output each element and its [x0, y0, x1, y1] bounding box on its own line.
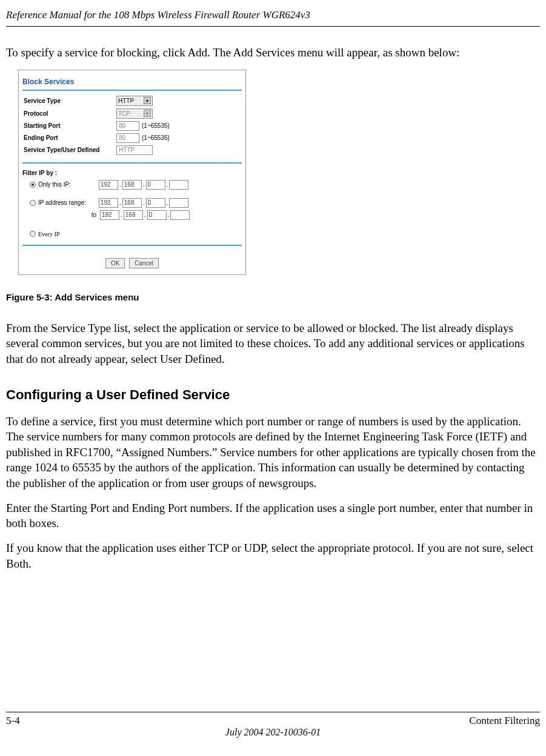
divider [22, 90, 242, 91]
ip-to-2[interactable]: 168 [124, 210, 143, 220]
intro-paragraph: To specify a service for blocking, click… [0, 45, 546, 61]
ip-dot: . [167, 181, 168, 188]
label-ending-port: Ending Port [22, 134, 116, 141]
label-user-defined: Service Type/User Defined [22, 147, 116, 153]
footer: 5-4 Content Filtering July 2004 202-1003… [0, 712, 546, 756]
ip-octet-3[interactable]: 0 [146, 180, 165, 190]
block-services-title: Block Services [22, 74, 242, 88]
row-ip-range-to: to 192 . 168 . 0 . [22, 209, 242, 221]
ip-dot: . [168, 211, 170, 218]
label-starting-port: Starting Port [22, 122, 116, 129]
row-only-this-ip: Only this IP: 192 . 168 . 0 . [22, 177, 242, 193]
footer-page: 5-4 [6, 715, 20, 727]
figure-block-services: Block Services Service Type HTTP ▼ Proto… [18, 70, 246, 275]
label-every-ip: Every IP [38, 231, 59, 237]
divider [22, 245, 242, 246]
chevron-down-icon: ▼ [144, 110, 151, 117]
label-ip-range: IP address range: [38, 199, 99, 206]
row-user-defined: Service Type/User Defined HTTP [22, 144, 242, 156]
row-service-type: Service Type HTTP ▼ [22, 94, 242, 107]
ip-to-1[interactable]: 192 [100, 210, 119, 220]
input-ending-port[interactable]: 80 [116, 133, 139, 143]
radio-every-ip[interactable] [30, 231, 36, 237]
row-starting-port: Starting Port 80 (1~65535) [22, 120, 242, 132]
ip-dot: . [119, 181, 121, 188]
filter-title: Filter IP by : [22, 167, 242, 177]
input-starting-port[interactable]: 80 [116, 121, 139, 131]
figure-caption: Figure 5-3: Add Services menu [0, 275, 546, 320]
ip-dot: . [121, 211, 122, 218]
ip-row: 192 . 168 . 0 . [100, 210, 190, 220]
radio-ip-range[interactable] [30, 200, 36, 206]
ip-from-3[interactable]: 0 [146, 198, 165, 208]
paragraph-section-3: If you know that the application uses ei… [0, 540, 546, 571]
ip-dot: . [144, 211, 146, 218]
row-ending-port: Ending Port 80 (1~65535) [22, 132, 242, 144]
radio-dot [32, 184, 34, 186]
ip-dot: . [143, 181, 145, 188]
footer-date: July 2004 202-10036-01 [6, 727, 540, 738]
label-only-this-ip: Only this IP: [38, 181, 99, 188]
ip-from-4[interactable] [169, 198, 188, 208]
label-service-type: Service Type [22, 98, 116, 104]
ip-from-2[interactable]: 168 [122, 198, 142, 208]
divider [22, 162, 242, 164]
paragraph-section-2: Enter the Starting Port and Ending Port … [0, 500, 546, 531]
cancel-button[interactable]: Cancel [129, 258, 159, 268]
port-range-text: (1~65535) [142, 134, 170, 141]
ip-from-1[interactable]: 192 [99, 198, 118, 208]
select-protocol[interactable]: TCP ▼ [116, 108, 153, 119]
footer-row: 5-4 Content Filtering [6, 715, 540, 727]
ip-dot: . [143, 199, 145, 206]
label-protocol: Protocol [22, 110, 116, 117]
ip-to-4[interactable] [170, 210, 190, 220]
ip-row: 192 . 168 . 0 . [99, 198, 188, 208]
row-ip-range-group: IP address range: 192 . 168 . 0 . to 192… [22, 193, 242, 225]
button-row: OK Cancel [22, 250, 242, 271]
section-heading: Configuring a User Defined Service [0, 376, 546, 414]
row-every-ip: Every IP [22, 225, 242, 244]
ip-octet-4[interactable] [169, 180, 188, 190]
ok-button[interactable]: OK [105, 258, 125, 268]
select-service-type[interactable]: HTTP ▼ [116, 96, 153, 106]
paragraph-after-figure: From the Service Type list, select the a… [0, 320, 546, 367]
select-value: HTTP [118, 98, 134, 104]
paragraph-section-1: To define a service, first you must dete… [0, 414, 546, 491]
radio-only-this-ip[interactable] [30, 182, 36, 188]
port-range-text: (1~65535) [142, 122, 170, 129]
header-title: Reference Manual for the 108 Mbps Wirele… [0, 0, 546, 26]
ip-dot: . [167, 199, 168, 206]
ip-dot: . [119, 199, 121, 206]
row-ip-range: IP address range: 192 . 168 . 0 . [22, 197, 242, 209]
footer-section: Content Filtering [469, 715, 540, 727]
to-label: to [22, 211, 100, 218]
footer-divider [6, 712, 540, 712]
chevron-down-icon: ▼ [144, 97, 151, 104]
ip-octet-1[interactable]: 192 [99, 180, 118, 190]
ip-to-3[interactable]: 0 [147, 210, 167, 220]
input-user-defined[interactable]: HTTP [116, 145, 153, 155]
header-divider [6, 26, 540, 27]
ip-row: 192 . 168 . 0 . [99, 180, 188, 190]
select-value: TCP [118, 110, 130, 117]
row-protocol: Protocol TCP ▼ [22, 107, 242, 120]
ip-octet-2[interactable]: 168 [122, 180, 142, 190]
